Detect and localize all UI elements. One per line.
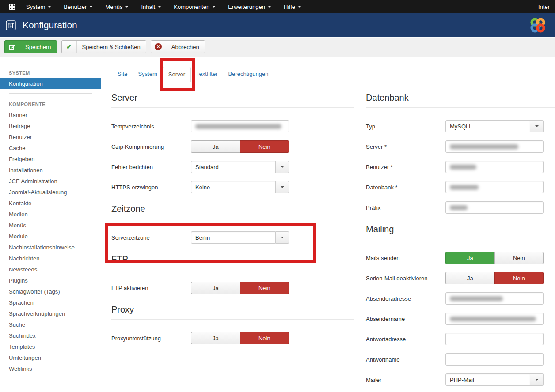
sidebar-item-kontakte[interactable]: Kontakte — [0, 198, 101, 209]
form-row: Datenbank * — [366, 181, 555, 193]
save-button[interactable]: Speichern — [4, 40, 57, 53]
menu-menus[interactable]: Menüs — [99, 0, 135, 13]
antwortname-input[interactable] — [445, 353, 544, 366]
sidebar-item-module[interactable]: Module — [0, 231, 101, 242]
menu-komponenten[interactable]: Komponenten — [167, 0, 222, 13]
menu-label: Inhalt — [141, 4, 155, 10]
redacted-value — [450, 165, 476, 170]
sidebar-item-sprachverknupfungen[interactable]: Sprachverknüpfungen — [0, 308, 101, 319]
sidebar-item-sprachen[interactable]: Sprachen — [0, 297, 101, 308]
select-value[interactable]: Keine — [191, 181, 276, 193]
tempverzeichnis-input[interactable] — [191, 120, 289, 132]
datenbank-input[interactable] — [445, 181, 544, 193]
sidebar-item-jce-administration[interactable]: JCE Administration — [0, 176, 101, 187]
section-fields: TempverzeichnisGzip-KomprimierungJaNeinF… — [111, 108, 354, 193]
mails-senden-option-ja[interactable]: Ja — [445, 252, 494, 264]
benutzer-input[interactable] — [445, 161, 544, 173]
menu-label: Erweiterungen — [228, 4, 265, 10]
antwortadresse-input[interactable] — [445, 333, 544, 345]
sidebar-item-newsfeeds[interactable]: Newsfeeds — [0, 264, 101, 275]
sidebar-item-umleitungen[interactable]: Umleitungen — [0, 352, 101, 363]
form-row: Absendername — [366, 313, 555, 325]
sidebar-item-banner[interactable]: Banner — [0, 109, 101, 121]
gzip-komprimierung-option-ja[interactable]: Ja — [191, 140, 240, 153]
sidebar-item-menus[interactable]: Menüs — [0, 220, 101, 231]
main-content: SiteSystemServerTextfilterBerechtigungen… — [101, 57, 555, 392]
select-value[interactable]: PHP-Mail — [445, 373, 530, 386]
menu-hilfe[interactable]: Hilfe — [278, 0, 308, 13]
save-close-button[interactable]: ✔Speichern & Schließen — [61, 40, 146, 53]
menu-system[interactable]: System — [20, 0, 57, 13]
sidebar-item-plugins[interactable]: Plugins — [0, 275, 101, 286]
sidebar-item-benutzer[interactable]: Benutzer — [0, 132, 101, 143]
select-caret-button[interactable] — [276, 181, 289, 193]
select-caret-button[interactable] — [530, 120, 544, 132]
select-caret-button[interactable] — [276, 161, 289, 173]
form-row: Absenderadresse — [366, 292, 555, 305]
absendername-input[interactable] — [445, 313, 544, 325]
sidebar-item-nachinstallationshinweise[interactable]: Nachinstallationshinweise — [0, 242, 101, 253]
sidebar-item-templates[interactable]: Templates — [0, 341, 101, 352]
chevron-down-icon — [212, 6, 216, 8]
sidebar-item-konfiguration[interactable]: Konfiguration — [0, 78, 101, 89]
form-row: TypMySQLi — [366, 120, 555, 132]
gzip-komprimierung-option-nein[interactable]: Nein — [240, 140, 289, 153]
prafix-input[interactable] — [445, 201, 544, 214]
sidebar-item-schlagworter-tags[interactable]: Schlagwörter (Tags) — [0, 286, 101, 297]
form-row: ProxyunterstützungJaNein — [111, 332, 354, 344]
field-label: Serien-Mail deaktivieren — [366, 275, 445, 282]
mailer-select: PHP-Mail — [445, 373, 544, 386]
sidebar: SYSTEMKonfigurationKOMPONENTEBannerBeitr… — [0, 57, 101, 392]
tab-textfilter[interactable]: Textfilter — [191, 67, 223, 82]
select-caret-button[interactable] — [276, 231, 289, 244]
menu-inhalt[interactable]: Inhalt — [135, 0, 167, 13]
select-value[interactable]: MySQLi — [445, 120, 530, 132]
menu-erweiterungen[interactable]: Erweiterungen — [222, 0, 278, 13]
ftp-aktivieren-option-nein[interactable]: Nein — [240, 282, 289, 294]
cancel-icon: ✕ — [155, 43, 162, 50]
cancel-button[interactable]: ✕Abbrechen — [151, 40, 205, 53]
sidebar-item-cache[interactable]: Cache — [0, 143, 101, 154]
field-label: Proxyunterstützung — [111, 335, 191, 342]
sidebar-item-suchindex[interactable]: Suchindex — [0, 330, 101, 341]
form-row: ServerzeitzoneBerlin — [111, 231, 354, 244]
sidebar-item-nachrichten[interactable]: Nachrichten — [0, 253, 101, 264]
server-input[interactable] — [445, 140, 544, 153]
typ-select: MySQLi — [445, 120, 544, 132]
mails-senden-toggle: JaNein — [445, 252, 544, 264]
button-label: Speichern & Schließen — [77, 41, 146, 53]
proxyunterstutzung-option-ja[interactable]: Ja — [191, 332, 240, 344]
button-label: Abbrechen — [166, 41, 205, 53]
chevron-down-icon — [89, 6, 93, 8]
serien-mail-deaktivieren-option-ja[interactable]: Ja — [445, 272, 494, 284]
form-column-left: ServerTempverzeichnisGzip-KomprimierungJ… — [111, 82, 354, 392]
menu-benutzer[interactable]: Benutzer — [57, 0, 99, 13]
sidebar-item-weblinks[interactable]: Weblinks — [0, 363, 101, 374]
form-row: Tempverzeichnis — [111, 120, 354, 132]
form-row: FTP aktivierenJaNein — [111, 282, 354, 294]
sidebar-item-freigeben[interactable]: Freigeben — [0, 154, 101, 165]
ftp-aktivieren-toggle: JaNein — [191, 282, 289, 294]
select-value[interactable]: Berlin — [191, 231, 276, 244]
absenderadresse-input[interactable] — [445, 292, 544, 305]
sidebar-item-joomla-aktualisierung[interactable]: Joomla!-Aktualisierung — [0, 187, 101, 198]
sidebar-item-suche[interactable]: Suche — [0, 319, 101, 330]
serverzeitzone-select: Berlin — [191, 231, 289, 244]
button-icon-wrap — [5, 41, 20, 53]
mails-senden-option-nein[interactable]: Nein — [494, 252, 544, 264]
chevron-down-icon — [48, 6, 51, 8]
sidebar-item-beitrage[interactable]: Beiträge — [0, 121, 101, 132]
serien-mail-deaktivieren-option-nein[interactable]: Nein — [494, 272, 544, 284]
select-value[interactable]: Standard — [191, 161, 276, 173]
button-label: Speichern — [20, 41, 57, 53]
tab-server[interactable]: Server — [163, 67, 191, 82]
sidebar-item-medien[interactable]: Medien — [0, 209, 101, 220]
tab-site[interactable]: Site — [112, 67, 133, 82]
page-header: Konfiguration — [0, 13, 555, 37]
ftp-aktivieren-option-ja[interactable]: Ja — [191, 282, 240, 294]
proxyunterstutzung-option-nein[interactable]: Nein — [240, 332, 289, 344]
sidebar-item-installationen[interactable]: Installationen — [0, 165, 101, 176]
tab-system[interactable]: System — [133, 67, 162, 82]
tab-berechtigungen[interactable]: Berechtigungen — [223, 67, 274, 82]
select-caret-button[interactable] — [530, 373, 544, 386]
